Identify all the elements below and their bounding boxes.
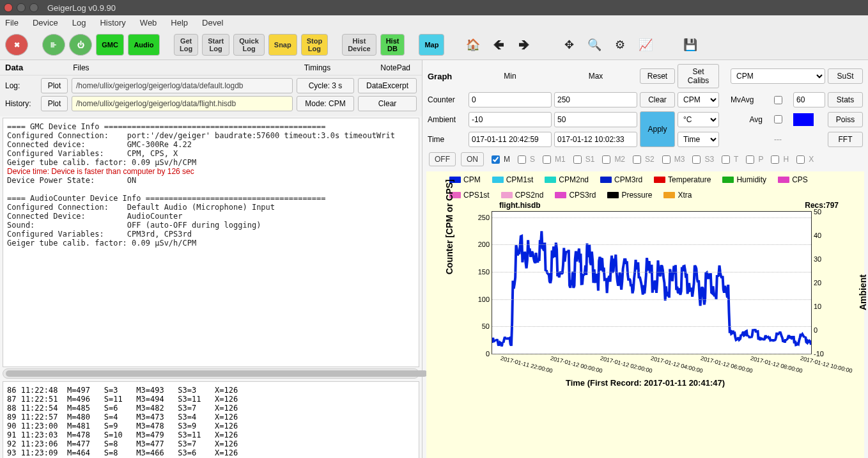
- counter-min-input[interactable]: [469, 92, 552, 107]
- plot-log-button[interactable]: Plot: [41, 78, 68, 93]
- cb-h[interactable]: [771, 155, 779, 164]
- startlog-button[interactable]: Start Log: [202, 34, 229, 56]
- y2-axis-label: Ambient: [858, 274, 868, 310]
- setcalibs-button[interactable]: Set Calibs: [678, 64, 719, 88]
- audio-button[interactable]: Audio: [128, 34, 160, 56]
- cb-s1[interactable]: [573, 155, 582, 164]
- connect-button[interactable]: ⊪: [42, 34, 65, 56]
- cycle-button[interactable]: Cycle: 3 s: [297, 78, 354, 93]
- notepad-label: NotePad: [380, 63, 410, 72]
- time-max-input[interactable]: [554, 132, 637, 147]
- counter-label: Counter: [428, 95, 466, 104]
- chart-recs: Recs:797: [805, 201, 839, 210]
- counter-max-input[interactable]: [554, 92, 637, 107]
- cb-p[interactable]: [746, 155, 754, 164]
- cb-m2[interactable]: [602, 155, 610, 164]
- avg-label: Avg: [731, 115, 763, 124]
- time-select[interactable]: Time: [678, 132, 719, 147]
- zoom-icon[interactable]: 🔍: [587, 38, 601, 52]
- menubar: File Device Log History Web Help Devel: [0, 15, 868, 30]
- mode-button[interactable]: Mode: CPM: [297, 96, 354, 111]
- forward-icon[interactable]: 🡺: [517, 38, 531, 52]
- menu-history[interactable]: History: [100, 18, 125, 28]
- reset-button[interactable]: Reset: [640, 68, 675, 84]
- plot-hist-button[interactable]: Plot: [41, 96, 68, 111]
- quicklog-button[interactable]: Quick Log: [233, 34, 265, 56]
- histdev-button[interactable]: Hist Device: [342, 34, 376, 56]
- clear-button[interactable]: Clear: [640, 92, 675, 107]
- ambient-max-input[interactable]: [554, 112, 637, 127]
- on-button[interactable]: ON: [461, 152, 484, 166]
- menu-web[interactable]: Web: [140, 18, 157, 28]
- log-path-input[interactable]: /home/ullix/geigerlog/geigerlog/data/def…: [72, 78, 293, 93]
- window-close-icon[interactable]: [4, 3, 13, 12]
- graph-label: Graph: [428, 72, 466, 81]
- menu-device[interactable]: Device: [33, 18, 58, 28]
- ambient-label: Ambient: [428, 115, 466, 124]
- snap-button[interactable]: Snap: [268, 34, 297, 56]
- cb-x[interactable]: [796, 155, 805, 164]
- home-icon[interactable]: 🏠: [466, 38, 480, 52]
- timings-label: Timings: [304, 63, 331, 72]
- map-button[interactable]: Map: [419, 34, 444, 56]
- time-min-input[interactable]: [469, 132, 552, 147]
- cb-m[interactable]: [492, 155, 500, 164]
- menu-log[interactable]: Log: [72, 18, 86, 28]
- move-icon[interactable]: ✥: [562, 38, 576, 52]
- window-min-icon[interactable]: [17, 3, 26, 12]
- min-label: Min: [469, 72, 552, 81]
- menu-devel[interactable]: Devel: [202, 18, 223, 28]
- cb-s[interactable]: [518, 155, 526, 164]
- cb-t[interactable]: [722, 155, 730, 164]
- ambient-min-input[interactable]: [469, 112, 552, 127]
- temp-unit-select[interactable]: °C: [678, 112, 719, 127]
- cb-m1[interactable]: [543, 155, 551, 164]
- horizontal-scrollbar[interactable]: [3, 368, 419, 379]
- save-icon[interactable]: 💾: [683, 38, 697, 52]
- back-icon[interactable]: 🡸: [492, 38, 506, 52]
- stoplog-button[interactable]: Stop Log: [301, 34, 328, 56]
- power-button[interactable]: ⏻: [69, 34, 92, 56]
- dash-label: ---: [731, 135, 825, 144]
- mvavg-label: MvAvg: [731, 95, 763, 104]
- poiss-button[interactable]: Poiss: [828, 112, 863, 127]
- stats-button[interactable]: Stats: [828, 92, 863, 107]
- checkbox-row: OFF ON M S M1 S1 M2 S2 M3 S3 T P H X: [425, 148, 865, 170]
- max-label: Max: [554, 72, 637, 81]
- fft-button[interactable]: FFT: [828, 132, 863, 147]
- off-button[interactable]: OFF: [429, 152, 456, 166]
- time-label: Time: [428, 135, 466, 144]
- hist-path-input[interactable]: /home/ullix/geigerlog/geigerlog/data/fli…: [72, 96, 293, 111]
- history-label: History:: [5, 99, 37, 108]
- clear-notepad-button[interactable]: Clear: [358, 96, 417, 111]
- mvavg-input[interactable]: [793, 92, 825, 107]
- getlog-button[interactable]: Get Log: [174, 34, 198, 56]
- close-button[interactable]: ✖: [5, 34, 28, 56]
- window-max-icon[interactable]: [29, 3, 38, 12]
- cb-s3[interactable]: [692, 155, 701, 164]
- menu-file[interactable]: File: [5, 18, 19, 28]
- histdb-button[interactable]: Hist DB: [380, 34, 405, 56]
- window-title: GeigerLog v0.9.90: [47, 3, 116, 13]
- toolbar: ✖ ⊪ ⏻ GMC Audio Get Log Start Log Quick …: [0, 30, 868, 60]
- sust-button[interactable]: SuSt: [828, 68, 863, 84]
- mvavg-checkbox[interactable]: [768, 96, 789, 104]
- menu-help[interactable]: Help: [171, 18, 188, 28]
- counter-unit-select[interactable]: CPM: [678, 92, 719, 107]
- dataexcerpt-button[interactable]: DataExcerpt: [358, 78, 417, 93]
- data-label: Data: [5, 63, 23, 72]
- x-axis-label: Time (First Record: 2017-01-11 20:41:47): [452, 378, 839, 388]
- chart-icon[interactable]: 📈: [639, 38, 653, 52]
- cb-s2[interactable]: [633, 155, 641, 164]
- log-label: Log:: [5, 81, 37, 90]
- gmc-button[interactable]: GMC: [96, 34, 124, 56]
- unit-select[interactable]: CPM: [731, 68, 825, 84]
- color-swatch[interactable]: [793, 113, 814, 126]
- plot: 050100150200250-10010203040502017-01-11 …: [492, 211, 812, 354]
- avg-checkbox[interactable]: [768, 115, 789, 123]
- settings-icon[interactable]: ⚙: [613, 38, 627, 52]
- cb-m3[interactable]: [662, 155, 670, 164]
- files-label: Files: [73, 63, 89, 72]
- y-axis-label: Counter [CPM or CPS]: [444, 179, 454, 274]
- apply-button[interactable]: Apply: [640, 111, 675, 147]
